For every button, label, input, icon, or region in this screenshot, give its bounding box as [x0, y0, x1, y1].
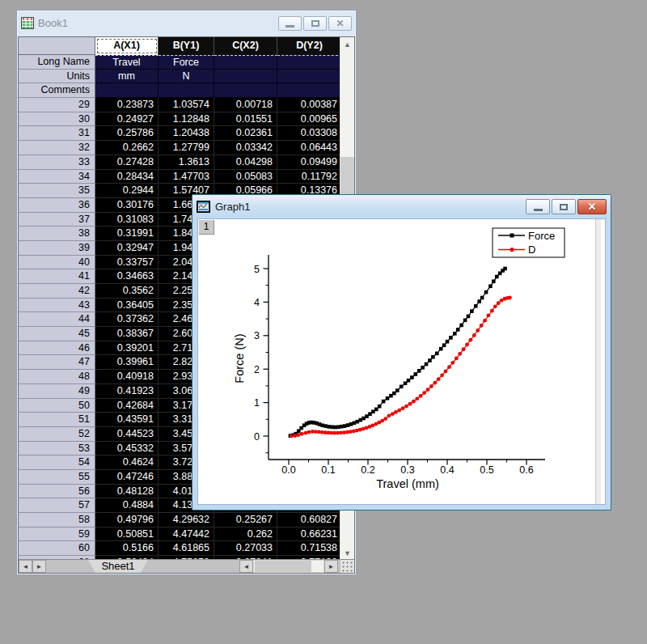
- row-number[interactable]: 29: [19, 98, 95, 112]
- column-header[interactable]: A(X1): [95, 37, 159, 55]
- cell[interactable]: 4.47442: [159, 527, 214, 542]
- cell[interactable]: 0.00965: [277, 112, 342, 127]
- row-label[interactable]: Comments: [19, 83, 95, 98]
- cell[interactable]: 0.23873: [95, 98, 159, 112]
- cell[interactable]: 0.71538: [277, 541, 342, 556]
- cell[interactable]: 0.49796: [95, 513, 159, 527]
- row-number[interactable]: 46: [19, 341, 95, 356]
- cell[interactable]: [214, 55, 277, 70]
- cell[interactable]: [95, 83, 159, 98]
- resize-grip[interactable]: [340, 560, 354, 573]
- minimize-button[interactable]: [278, 16, 302, 31]
- cell[interactable]: 1.20438: [159, 126, 214, 141]
- tab-scroll-right-icon[interactable]: ►: [32, 560, 46, 573]
- cell[interactable]: 0.50851: [95, 527, 159, 542]
- cell[interactable]: 0.42684: [95, 399, 159, 413]
- row-number[interactable]: 52: [19, 427, 95, 442]
- row-number[interactable]: 45: [19, 327, 95, 341]
- cell[interactable]: 0.09499: [277, 155, 342, 170]
- cell[interactable]: [214, 70, 277, 84]
- row-number[interactable]: 30: [19, 112, 95, 127]
- maximize-button[interactable]: [303, 16, 327, 31]
- corner-cell[interactable]: [19, 37, 95, 55]
- row-number[interactable]: 42: [19, 284, 95, 299]
- force-travel-chart[interactable]: 0.00.10.20.30.40.50.6012345Travel (mm)Fo…: [198, 219, 607, 506]
- row-number[interactable]: 43: [19, 299, 95, 313]
- graph1-titlebar[interactable]: Graph1 ✕: [192, 195, 611, 218]
- table-row[interactable]: 290.238731.035740.007180.00387: [19, 98, 354, 112]
- cell[interactable]: 1.47703: [159, 170, 214, 184]
- row-label[interactable]: Units: [19, 70, 95, 84]
- cell[interactable]: 0.43591: [95, 413, 159, 427]
- cell[interactable]: Travel: [95, 55, 159, 70]
- layer-1-badge[interactable]: 1: [199, 220, 214, 235]
- cell[interactable]: 4.29632: [159, 513, 214, 527]
- row-number[interactable]: 51: [19, 413, 95, 427]
- cell[interactable]: 0.31991: [95, 227, 159, 241]
- cell[interactable]: 0.48128: [95, 485, 159, 499]
- row-number[interactable]: 41: [19, 269, 95, 284]
- cell[interactable]: 0.2662: [95, 141, 159, 155]
- cell[interactable]: 1.27799: [159, 141, 214, 155]
- cell[interactable]: 0.02361: [214, 126, 277, 141]
- row-number[interactable]: 59: [19, 527, 95, 542]
- cell[interactable]: 0.27428: [95, 155, 159, 170]
- cell[interactable]: 0.00387: [277, 98, 342, 112]
- row-number[interactable]: 35: [19, 184, 95, 198]
- table-row[interactable]: 590.508514.474420.2620.66231: [19, 527, 354, 542]
- cell[interactable]: 1.12848: [159, 112, 214, 127]
- cell[interactable]: 0.30176: [95, 198, 159, 213]
- sheet-tab[interactable]: Sheet1: [88, 560, 148, 573]
- cell[interactable]: Force: [159, 55, 214, 70]
- row-number[interactable]: 56: [19, 485, 95, 499]
- cell[interactable]: 0.06443: [277, 141, 342, 155]
- horizontal-scrollbar[interactable]: [253, 560, 324, 573]
- cell[interactable]: 0.34663: [95, 269, 159, 284]
- row-number[interactable]: 47: [19, 355, 95, 370]
- cell[interactable]: 0.33757: [95, 256, 159, 270]
- cell[interactable]: 0.5166: [95, 541, 159, 556]
- row-number[interactable]: 55: [19, 470, 95, 485]
- cell[interactable]: 0.44523: [95, 427, 159, 442]
- cell[interactable]: mm: [95, 70, 159, 84]
- cell[interactable]: 0.25267: [214, 513, 277, 527]
- cell[interactable]: 0.28434: [95, 170, 159, 184]
- column-header[interactable]: C(X2): [214, 37, 277, 55]
- row-number[interactable]: 33: [19, 155, 95, 170]
- row-number[interactable]: 40: [19, 256, 95, 270]
- maximize-button[interactable]: [552, 199, 576, 214]
- cell[interactable]: 0.05083: [214, 170, 277, 184]
- row-label[interactable]: Long Name: [19, 55, 95, 70]
- scroll-down-icon[interactable]: ▼: [340, 546, 354, 560]
- cell[interactable]: 0.38367: [95, 327, 159, 341]
- cell[interactable]: 0.01551: [214, 112, 277, 127]
- cell[interactable]: 0.4884: [95, 498, 159, 513]
- cell[interactable]: 0.03342: [214, 141, 277, 155]
- cell[interactable]: 0.27033: [214, 541, 277, 556]
- cell[interactable]: 1.3613: [159, 155, 214, 170]
- hscroll-left-icon[interactable]: ◄: [239, 560, 253, 573]
- cell[interactable]: 0.25786: [95, 126, 159, 141]
- cell[interactable]: [277, 55, 342, 70]
- table-row[interactable]: 320.26621.277990.033420.06443: [19, 141, 354, 155]
- column-header[interactable]: B(Y1): [159, 37, 214, 55]
- cell[interactable]: 0.47246: [95, 470, 159, 485]
- row-number[interactable]: 39: [19, 241, 95, 256]
- cell[interactable]: 0.2944: [95, 184, 159, 198]
- cell[interactable]: 0.262: [214, 527, 277, 542]
- close-button[interactable]: ✕: [328, 16, 352, 31]
- column-header[interactable]: D(Y2): [277, 37, 342, 55]
- row-number[interactable]: 37: [19, 213, 95, 227]
- cell[interactable]: [214, 83, 277, 98]
- cell[interactable]: 0.11792: [277, 170, 342, 184]
- scroll-up-icon[interactable]: ▲: [340, 37, 354, 51]
- cell[interactable]: 0.3562: [95, 284, 159, 299]
- row-number[interactable]: 60: [19, 541, 95, 556]
- graph-page[interactable]: 0.00.10.20.30.40.50.6012345Travel (mm)Fo…: [197, 218, 606, 505]
- row-number[interactable]: 34: [19, 170, 95, 184]
- cell[interactable]: [159, 83, 214, 98]
- cell[interactable]: 0.41923: [95, 384, 159, 399]
- cell[interactable]: 0.04298: [214, 155, 277, 170]
- row-number[interactable]: 49: [19, 384, 95, 399]
- cell[interactable]: [277, 70, 342, 84]
